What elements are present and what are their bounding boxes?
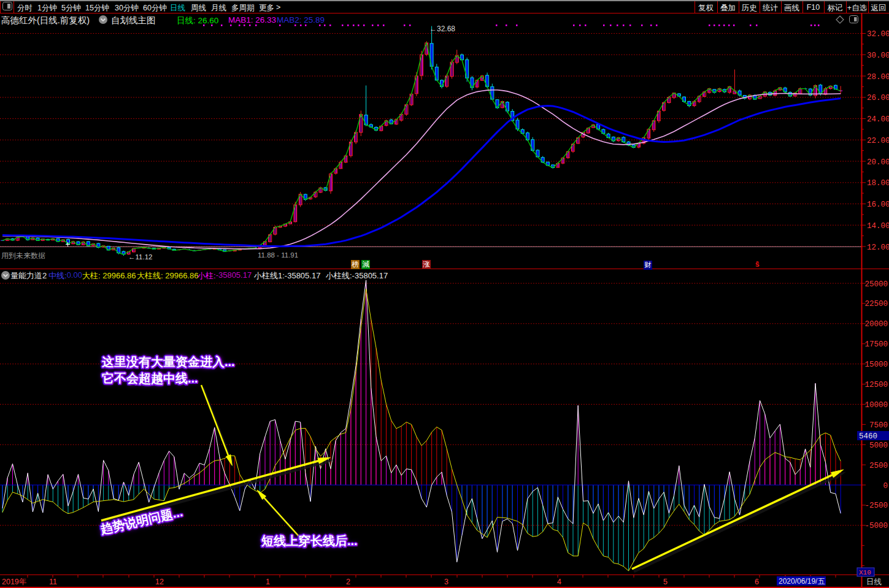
svg-text:5000: 5000 <box>869 441 888 450</box>
svg-text:5: 5 <box>663 578 668 586</box>
svg-text:17500: 17500 <box>864 340 888 349</box>
svg-text:-5000: -5000 <box>864 522 888 530</box>
svg-text:0: 0 <box>883 482 888 491</box>
svg-text:12: 12 <box>155 578 164 586</box>
svg-text:18.00: 18.00 <box>867 179 889 188</box>
svg-text:26.00: 26.00 <box>867 94 889 102</box>
svg-text:-2500: -2500 <box>864 502 888 510</box>
svg-text:20000: 20000 <box>864 320 888 329</box>
svg-text:日线: 日线 <box>866 578 882 586</box>
svg-text:1: 1 <box>266 578 270 586</box>
svg-text:7500: 7500 <box>869 421 888 430</box>
svg-text:25000: 25000 <box>864 280 888 289</box>
svg-text:22.00: 22.00 <box>867 137 889 145</box>
svg-text:←32.68: ←32.68 <box>429 25 455 33</box>
svg-text:←11.12: ←11.12 <box>128 253 152 261</box>
svg-text:6: 6 <box>755 578 759 586</box>
svg-text:14.00: 14.00 <box>867 222 889 231</box>
svg-text:15000: 15000 <box>864 361 888 369</box>
svg-text:2500: 2500 <box>869 462 888 470</box>
svg-text:22500: 22500 <box>864 300 888 308</box>
svg-text:12.00: 12.00 <box>867 243 889 252</box>
svg-text:11: 11 <box>49 578 57 586</box>
svg-text:28.00: 28.00 <box>867 73 889 82</box>
svg-text:32.00: 32.00 <box>867 30 889 39</box>
svg-text:2020/06/19/五: 2020/06/19/五 <box>779 577 825 586</box>
svg-text:4: 4 <box>557 578 561 586</box>
svg-text:24.00: 24.00 <box>867 115 889 124</box>
svg-text:2019年: 2019年 <box>2 578 26 586</box>
svg-text:5460: 5460 <box>859 432 877 441</box>
svg-text:11.88 - 11.91: 11.88 - 11.91 <box>258 251 298 259</box>
svg-text:30.00: 30.00 <box>867 52 889 60</box>
svg-text:20.00: 20.00 <box>867 158 889 167</box>
svg-text:10000: 10000 <box>864 401 888 410</box>
svg-text:12500: 12500 <box>864 381 888 389</box>
svg-text:3: 3 <box>444 578 448 586</box>
svg-text:2: 2 <box>346 578 350 586</box>
svg-text:16.00: 16.00 <box>867 200 889 209</box>
svg-text:X10: X10 <box>859 569 871 576</box>
